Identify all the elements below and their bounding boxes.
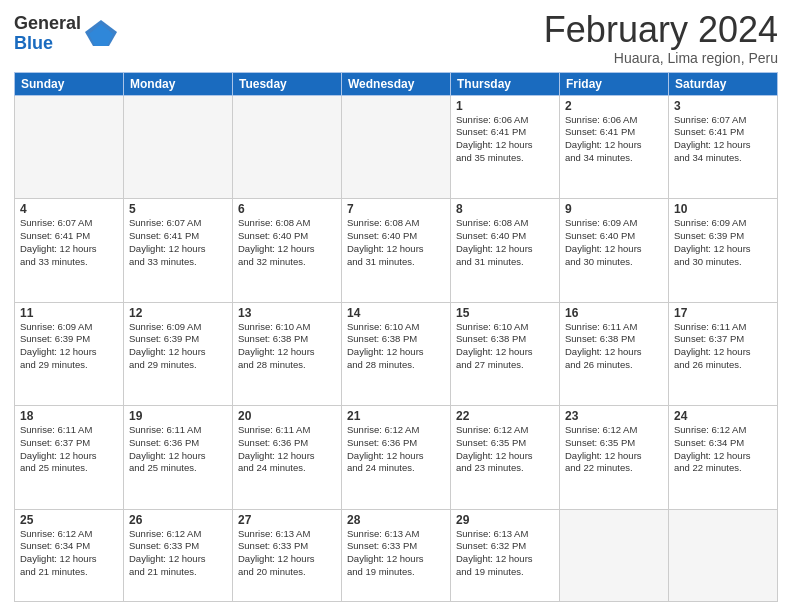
header-tuesday: Tuesday (233, 72, 342, 95)
table-row (342, 95, 451, 198)
table-row: 18Sunrise: 6:11 AM Sunset: 6:37 PM Dayli… (15, 406, 124, 509)
day-info: Sunrise: 6:07 AM Sunset: 6:41 PM Dayligh… (129, 217, 227, 268)
day-number: 21 (347, 409, 445, 423)
day-number: 15 (456, 306, 554, 320)
table-row (15, 95, 124, 198)
table-row (233, 95, 342, 198)
day-info: Sunrise: 6:11 AM Sunset: 6:36 PM Dayligh… (238, 424, 336, 475)
day-info: Sunrise: 6:11 AM Sunset: 6:36 PM Dayligh… (129, 424, 227, 475)
day-info: Sunrise: 6:11 AM Sunset: 6:37 PM Dayligh… (20, 424, 118, 475)
day-number: 17 (674, 306, 772, 320)
day-number: 1 (456, 99, 554, 113)
table-row: 7Sunrise: 6:08 AM Sunset: 6:40 PM Daylig… (342, 199, 451, 302)
day-number: 18 (20, 409, 118, 423)
logo-general: General (14, 14, 81, 34)
day-info: Sunrise: 6:06 AM Sunset: 6:41 PM Dayligh… (456, 114, 554, 165)
day-info: Sunrise: 6:11 AM Sunset: 6:38 PM Dayligh… (565, 321, 663, 372)
day-info: Sunrise: 6:09 AM Sunset: 6:40 PM Dayligh… (565, 217, 663, 268)
table-row (669, 509, 778, 601)
calendar-header-row: Sunday Monday Tuesday Wednesday Thursday… (15, 72, 778, 95)
day-number: 23 (565, 409, 663, 423)
day-info: Sunrise: 6:09 AM Sunset: 6:39 PM Dayligh… (674, 217, 772, 268)
calendar-week-4: 25Sunrise: 6:12 AM Sunset: 6:34 PM Dayli… (15, 509, 778, 601)
table-row (124, 95, 233, 198)
table-row: 29Sunrise: 6:13 AM Sunset: 6:32 PM Dayli… (451, 509, 560, 601)
day-info: Sunrise: 6:12 AM Sunset: 6:33 PM Dayligh… (129, 528, 227, 579)
table-row: 2Sunrise: 6:06 AM Sunset: 6:41 PM Daylig… (560, 95, 669, 198)
header-monday: Monday (124, 72, 233, 95)
day-info: Sunrise: 6:09 AM Sunset: 6:39 PM Dayligh… (20, 321, 118, 372)
day-number: 7 (347, 202, 445, 216)
day-info: Sunrise: 6:10 AM Sunset: 6:38 PM Dayligh… (456, 321, 554, 372)
table-row: 3Sunrise: 6:07 AM Sunset: 6:41 PM Daylig… (669, 95, 778, 198)
calendar-week-1: 4Sunrise: 6:07 AM Sunset: 6:41 PM Daylig… (15, 199, 778, 302)
day-number: 8 (456, 202, 554, 216)
day-info: Sunrise: 6:12 AM Sunset: 6:36 PM Dayligh… (347, 424, 445, 475)
day-number: 16 (565, 306, 663, 320)
day-number: 20 (238, 409, 336, 423)
calendar-title: February 2024 (544, 10, 778, 50)
day-info: Sunrise: 6:06 AM Sunset: 6:41 PM Dayligh… (565, 114, 663, 165)
table-row: 21Sunrise: 6:12 AM Sunset: 6:36 PM Dayli… (342, 406, 451, 509)
table-row: 14Sunrise: 6:10 AM Sunset: 6:38 PM Dayli… (342, 302, 451, 405)
day-number: 26 (129, 513, 227, 527)
day-number: 22 (456, 409, 554, 423)
table-row: 26Sunrise: 6:12 AM Sunset: 6:33 PM Dayli… (124, 509, 233, 601)
logo-icon (85, 18, 117, 50)
day-number: 3 (674, 99, 772, 113)
table-row: 28Sunrise: 6:13 AM Sunset: 6:33 PM Dayli… (342, 509, 451, 601)
logo-text: General Blue (14, 14, 81, 54)
table-row: 11Sunrise: 6:09 AM Sunset: 6:39 PM Dayli… (15, 302, 124, 405)
table-row: 27Sunrise: 6:13 AM Sunset: 6:33 PM Dayli… (233, 509, 342, 601)
day-number: 12 (129, 306, 227, 320)
day-number: 28 (347, 513, 445, 527)
table-row: 23Sunrise: 6:12 AM Sunset: 6:35 PM Dayli… (560, 406, 669, 509)
header: General Blue February 2024 Huaura, Lima … (14, 10, 778, 66)
day-number: 11 (20, 306, 118, 320)
day-info: Sunrise: 6:13 AM Sunset: 6:32 PM Dayligh… (456, 528, 554, 579)
logo: General Blue (14, 14, 117, 54)
day-number: 29 (456, 513, 554, 527)
table-row: 10Sunrise: 6:09 AM Sunset: 6:39 PM Dayli… (669, 199, 778, 302)
day-info: Sunrise: 6:08 AM Sunset: 6:40 PM Dayligh… (347, 217, 445, 268)
table-row: 20Sunrise: 6:11 AM Sunset: 6:36 PM Dayli… (233, 406, 342, 509)
table-row: 5Sunrise: 6:07 AM Sunset: 6:41 PM Daylig… (124, 199, 233, 302)
table-row: 25Sunrise: 6:12 AM Sunset: 6:34 PM Dayli… (15, 509, 124, 601)
table-row (560, 509, 669, 601)
table-row: 13Sunrise: 6:10 AM Sunset: 6:38 PM Dayli… (233, 302, 342, 405)
calendar-week-3: 18Sunrise: 6:11 AM Sunset: 6:37 PM Dayli… (15, 406, 778, 509)
day-info: Sunrise: 6:12 AM Sunset: 6:34 PM Dayligh… (674, 424, 772, 475)
day-number: 25 (20, 513, 118, 527)
table-row: 4Sunrise: 6:07 AM Sunset: 6:41 PM Daylig… (15, 199, 124, 302)
day-info: Sunrise: 6:08 AM Sunset: 6:40 PM Dayligh… (238, 217, 336, 268)
table-row: 8Sunrise: 6:08 AM Sunset: 6:40 PM Daylig… (451, 199, 560, 302)
table-row: 1Sunrise: 6:06 AM Sunset: 6:41 PM Daylig… (451, 95, 560, 198)
table-row: 19Sunrise: 6:11 AM Sunset: 6:36 PM Dayli… (124, 406, 233, 509)
calendar-week-0: 1Sunrise: 6:06 AM Sunset: 6:41 PM Daylig… (15, 95, 778, 198)
day-info: Sunrise: 6:07 AM Sunset: 6:41 PM Dayligh… (20, 217, 118, 268)
header-saturday: Saturday (669, 72, 778, 95)
table-row: 16Sunrise: 6:11 AM Sunset: 6:38 PM Dayli… (560, 302, 669, 405)
day-number: 14 (347, 306, 445, 320)
table-row: 6Sunrise: 6:08 AM Sunset: 6:40 PM Daylig… (233, 199, 342, 302)
day-number: 2 (565, 99, 663, 113)
day-info: Sunrise: 6:10 AM Sunset: 6:38 PM Dayligh… (347, 321, 445, 372)
day-info: Sunrise: 6:09 AM Sunset: 6:39 PM Dayligh… (129, 321, 227, 372)
day-number: 4 (20, 202, 118, 216)
table-row: 9Sunrise: 6:09 AM Sunset: 6:40 PM Daylig… (560, 199, 669, 302)
day-number: 24 (674, 409, 772, 423)
day-number: 13 (238, 306, 336, 320)
table-row: 22Sunrise: 6:12 AM Sunset: 6:35 PM Dayli… (451, 406, 560, 509)
day-number: 9 (565, 202, 663, 216)
table-row: 12Sunrise: 6:09 AM Sunset: 6:39 PM Dayli… (124, 302, 233, 405)
day-number: 19 (129, 409, 227, 423)
day-info: Sunrise: 6:10 AM Sunset: 6:38 PM Dayligh… (238, 321, 336, 372)
day-info: Sunrise: 6:07 AM Sunset: 6:41 PM Dayligh… (674, 114, 772, 165)
day-info: Sunrise: 6:13 AM Sunset: 6:33 PM Dayligh… (238, 528, 336, 579)
day-number: 10 (674, 202, 772, 216)
page: General Blue February 2024 Huaura, Lima … (0, 0, 792, 612)
day-info: Sunrise: 6:12 AM Sunset: 6:35 PM Dayligh… (456, 424, 554, 475)
day-info: Sunrise: 6:08 AM Sunset: 6:40 PM Dayligh… (456, 217, 554, 268)
day-info: Sunrise: 6:13 AM Sunset: 6:33 PM Dayligh… (347, 528, 445, 579)
day-number: 27 (238, 513, 336, 527)
